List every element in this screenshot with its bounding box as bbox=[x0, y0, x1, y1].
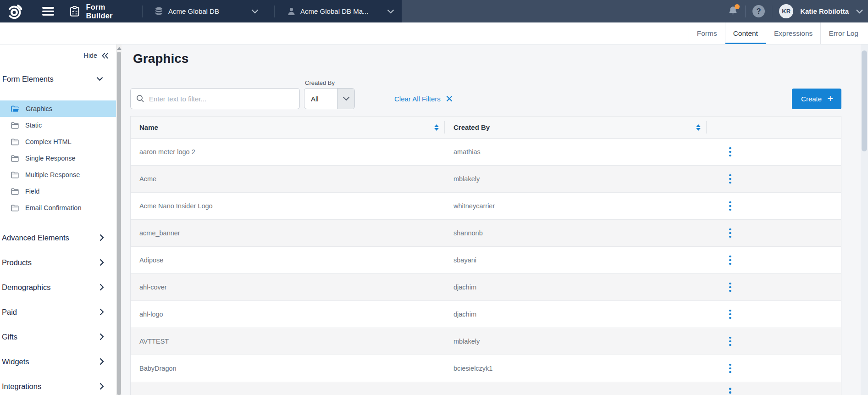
user-name[interactable]: Katie Robilotta bbox=[800, 7, 849, 15]
clear-filters-x-icon bbox=[446, 95, 453, 102]
app-logo-icon[interactable] bbox=[6, 3, 23, 20]
mapping-selector-value: Acme Global DB Ma... bbox=[300, 7, 368, 15]
created-by-select[interactable]: All bbox=[304, 88, 355, 109]
hamburger-menu-icon[interactable] bbox=[42, 7, 54, 16]
table-row: ahl-cover djachim bbox=[131, 274, 841, 301]
collapse-sidebar-icon bbox=[101, 52, 109, 59]
create-button[interactable]: Create + bbox=[792, 89, 841, 109]
table-row-partial bbox=[131, 382, 841, 395]
folder-icon bbox=[11, 205, 19, 211]
tab-bar: Forms Content Expressions Error Log bbox=[0, 22, 868, 45]
kebab-menu-button[interactable] bbox=[725, 172, 735, 187]
sidebar-item-field[interactable]: Field bbox=[0, 183, 116, 200]
notification-bell-icon[interactable] bbox=[728, 6, 738, 17]
search-input[interactable] bbox=[130, 88, 300, 109]
hide-sidebar-button[interactable]: Hide bbox=[0, 45, 116, 59]
sidebar-section-widgets[interactable]: Widgets bbox=[0, 349, 116, 374]
row-actions-cell bbox=[707, 247, 841, 273]
avatar[interactable]: KR bbox=[779, 4, 793, 18]
chevron-down-icon bbox=[387, 9, 394, 14]
kebab-menu-button[interactable] bbox=[725, 253, 735, 268]
row-created-by-cell: sbayani bbox=[445, 247, 707, 273]
top-bar-left: Form Builder Acme Global DB bbox=[0, 0, 402, 22]
scroll-up-arrow-icon[interactable] bbox=[117, 47, 122, 50]
chevron-right-icon bbox=[100, 333, 104, 340]
search-icon bbox=[136, 95, 144, 105]
kebab-menu-button[interactable] bbox=[725, 361, 735, 376]
sidebar-scrollbar[interactable] bbox=[116, 45, 122, 395]
column-header-created-by[interactable]: Created By bbox=[445, 117, 707, 138]
table-row: BabyDragon bciesielczyk1 bbox=[131, 355, 841, 382]
clear-all-filters-button[interactable]: Clear All Filters bbox=[394, 88, 453, 109]
chevron-down-icon bbox=[337, 89, 354, 109]
folder-icon bbox=[11, 172, 19, 178]
kebab-menu-button[interactable] bbox=[725, 145, 735, 160]
section-label: Widgets bbox=[2, 357, 29, 366]
sidebar-section-paid[interactable]: Paid bbox=[0, 300, 116, 324]
row-actions-cell bbox=[707, 139, 841, 165]
page-scrollbar-thumb[interactable] bbox=[862, 50, 867, 151]
table-row: AVTTEST mblakely bbox=[131, 328, 841, 355]
kebab-menu-button[interactable] bbox=[725, 385, 735, 395]
row-actions-cell bbox=[707, 328, 841, 355]
table-row: Acme Nano Insider Logo whitneycarrier bbox=[131, 193, 841, 220]
tab-expressions[interactable]: Expressions bbox=[766, 22, 820, 44]
sidebar-item-label: Field bbox=[25, 188, 39, 195]
sidebar-item-complex-html[interactable]: Complex HTML bbox=[0, 134, 116, 150]
tab-error-log[interactable]: Error Log bbox=[820, 22, 866, 44]
chevron-down-icon bbox=[251, 9, 259, 14]
table-row: Adipose sbayani bbox=[131, 247, 841, 274]
database-selector[interactable]: Acme Global DB bbox=[143, 0, 265, 22]
sidebar-item-label: Multiple Response bbox=[25, 171, 80, 178]
page-scrollbar[interactable] bbox=[861, 45, 868, 395]
created-by-select-value: All bbox=[304, 95, 337, 103]
kebab-menu-button[interactable] bbox=[725, 334, 735, 349]
column-label: Name bbox=[139, 123, 158, 131]
tab-forms[interactable]: Forms bbox=[689, 22, 725, 44]
row-created-by-cell: shannonb bbox=[445, 220, 707, 246]
section-label: Gifts bbox=[2, 333, 17, 341]
sidebar-item-static[interactable]: Static bbox=[0, 117, 116, 134]
graphics-table: Name Created By aaron meter logo 2 amath… bbox=[130, 116, 841, 395]
sidebar-section-integrations[interactable]: Integrations bbox=[0, 374, 116, 395]
sidebar-item-multiple-response[interactable]: Multiple Response bbox=[0, 167, 116, 183]
sidebar-section-advanced-elements[interactable]: Advanced Elements bbox=[0, 225, 116, 250]
sidebar-item-single-response[interactable]: Single Response bbox=[0, 150, 116, 167]
row-name-cell: Adipose bbox=[131, 247, 445, 273]
sort-icon[interactable] bbox=[696, 124, 701, 131]
section-label: Products bbox=[2, 258, 32, 267]
table-row: ahl-logo djachim bbox=[131, 301, 841, 328]
sidebar-section-gifts[interactable]: Gifts bbox=[0, 324, 116, 349]
row-actions-cell bbox=[707, 355, 841, 382]
kebab-menu-button[interactable] bbox=[725, 199, 735, 214]
kebab-menu-button[interactable] bbox=[725, 307, 735, 322]
row-created-by-cell: djachim bbox=[445, 274, 707, 300]
sidebar-scrollbar-thumb[interactable] bbox=[117, 52, 121, 395]
column-header-name[interactable]: Name bbox=[131, 117, 445, 138]
body: Hide Form Elements Graphics bbox=[0, 45, 868, 395]
tab-content[interactable]: Content bbox=[725, 22, 766, 44]
help-icon[interactable]: ? bbox=[752, 5, 765, 17]
kebab-menu-button[interactable] bbox=[725, 226, 735, 241]
chevron-right-icon bbox=[100, 234, 104, 241]
row-actions-cell bbox=[707, 193, 841, 219]
form-elements-header[interactable]: Form Elements bbox=[0, 74, 116, 84]
row-created-by-cell: djachim bbox=[445, 301, 707, 328]
sidebar-section-products[interactable]: Products bbox=[0, 250, 116, 275]
table-header: Name Created By bbox=[131, 117, 841, 139]
row-actions-cell bbox=[707, 220, 841, 246]
form-builder-icon bbox=[70, 6, 79, 17]
sidebar-section-demographics[interactable]: Demographics bbox=[0, 275, 116, 300]
sidebar-item-email-confirmation[interactable]: Email Confirmation bbox=[0, 200, 116, 216]
column-label: Created By bbox=[453, 123, 490, 131]
chevron-down-icon[interactable] bbox=[856, 9, 863, 14]
sort-icon[interactable] bbox=[434, 124, 439, 131]
clear-all-filters-label: Clear All Filters bbox=[394, 95, 441, 103]
kebab-menu-button[interactable] bbox=[725, 280, 735, 295]
mapping-selector[interactable]: Acme Global DB Ma... bbox=[275, 0, 402, 22]
folder-icon bbox=[11, 139, 19, 145]
database-selector-value: Acme Global DB bbox=[168, 7, 219, 15]
sidebar-item-graphics[interactable]: Graphics bbox=[0, 100, 116, 117]
row-created-by-cell: amathias bbox=[445, 139, 707, 165]
row-created-by-cell bbox=[445, 382, 707, 395]
